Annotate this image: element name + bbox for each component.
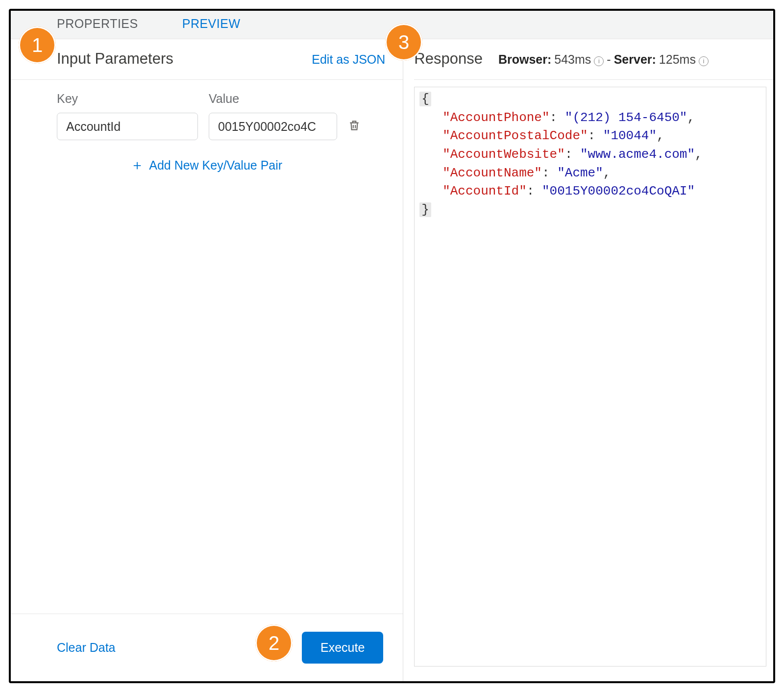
server-value: 125ms (659, 52, 696, 67)
browser-label: Browser: (498, 52, 551, 67)
response-panel: Response Browser: 543ms i - Server: 125m… (403, 39, 773, 681)
execute-button[interactable]: Execute (302, 632, 383, 664)
add-key-value-button[interactable]: ＋ Add New Key/Value Pair (27, 151, 385, 179)
trash-icon[interactable] (348, 119, 361, 134)
info-icon[interactable]: i (699, 56, 709, 66)
param-row (57, 113, 385, 140)
param-value-input[interactable] (209, 113, 337, 140)
key-column-label: Key (57, 92, 209, 106)
timing-separator: - (607, 52, 611, 67)
param-key-input[interactable] (57, 113, 198, 140)
input-panel-footer: Clear Data Execute (11, 614, 403, 681)
column-labels: Key Value (57, 92, 385, 106)
content-split: Input Parameters Edit as JSON Key Value (11, 39, 773, 681)
tab-preview[interactable]: PREVIEW (182, 17, 241, 31)
timing-info: Browser: 543ms i - Server: 125ms i (498, 52, 709, 67)
callout-1: 1 (19, 26, 56, 64)
info-icon[interactable]: i (594, 56, 604, 66)
input-panel-title: Input Parameters (57, 50, 173, 68)
edit-as-json-link[interactable]: Edit as JSON (312, 52, 385, 67)
app-frame: 1 2 3 PROPERTIES PREVIEW Input Parameter… (9, 9, 775, 683)
add-key-value-label: Add New Key/Value Pair (149, 158, 282, 173)
response-panel-header: Response Browser: 543ms i - Server: 125m… (414, 39, 773, 80)
browser-value: 543ms (554, 52, 591, 67)
value-column-label: Value (209, 92, 239, 106)
callout-3: 3 (385, 24, 422, 61)
parameters-body: Key Value ＋ Add New Key/Value Pair (11, 80, 403, 614)
clear-data-link[interactable]: Clear Data (57, 641, 116, 655)
response-json-body[interactable]: { "AccountPhone": "(212) 154-6450", "Acc… (414, 87, 766, 667)
input-parameters-panel: Input Parameters Edit as JSON Key Value (11, 39, 403, 681)
tab-properties[interactable]: PROPERTIES (57, 17, 138, 31)
response-title: Response (414, 50, 483, 68)
server-label: Server: (614, 52, 656, 67)
input-panel-header: Input Parameters Edit as JSON (11, 39, 403, 80)
callout-2: 2 (255, 624, 293, 662)
plus-icon: ＋ (130, 156, 144, 174)
